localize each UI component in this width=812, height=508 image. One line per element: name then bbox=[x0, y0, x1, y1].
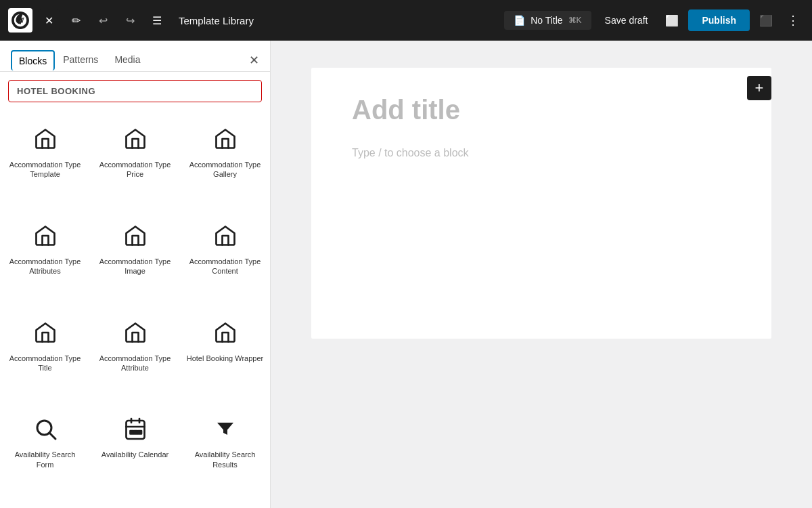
block-label-accommodation-type-title: Accommodation Type Title bbox=[5, 354, 85, 373]
block-item-availability-search-results[interactable]: Availability Search Results bbox=[180, 406, 270, 503]
block-item-hotel-booking-wrapper[interactable]: Hotel Booking Wrapper bbox=[180, 310, 270, 406]
block-icon-accommodation-type-template bbox=[33, 127, 58, 154]
view-button[interactable]: ⬜ bbox=[661, 9, 683, 31]
shortcut-label: ⌘K bbox=[568, 16, 582, 25]
block-icon-accommodation-type-image bbox=[123, 224, 148, 251]
editor-title-placeholder[interactable]: Add title bbox=[352, 95, 731, 125]
publish-button[interactable]: Publish bbox=[688, 9, 750, 31]
tab-blocks[interactable]: Blocks bbox=[11, 50, 55, 70]
svg-line-3 bbox=[49, 433, 55, 439]
blocks-grid: Accommodation Type TemplateAccommodation… bbox=[0, 110, 270, 508]
block-label-accommodation-type-attributes: Accommodation Type Attributes bbox=[5, 257, 85, 276]
svg-rect-4 bbox=[126, 421, 144, 439]
block-label-availability-search-results: Availability Search Results bbox=[185, 450, 265, 469]
block-icon-accommodation-type-content bbox=[213, 224, 238, 251]
panel-close-button[interactable]: ✕ bbox=[249, 53, 259, 68]
panel-tabs: Blocks Patterns Media ✕ bbox=[0, 41, 270, 72]
topbar: W ✕ ✏ ↩ ↪ ☰ Template Library 📄 No Title … bbox=[0, 0, 812, 41]
block-icon-accommodation-type-title bbox=[33, 320, 58, 348]
block-label-availability-search-form: Availability Search Form bbox=[5, 450, 85, 469]
block-label-availability-calendar: Availability Calendar bbox=[102, 450, 168, 459]
svg-rect-9 bbox=[134, 431, 137, 434]
block-label-accommodation-type-content: Accommodation Type Content bbox=[185, 257, 265, 276]
block-item-availability-search-form[interactable]: Availability Search Form bbox=[0, 406, 90, 503]
editor-block-placeholder[interactable]: Type / to choose a block bbox=[352, 147, 731, 159]
block-item-accommodation-type-content[interactable]: Accommodation Type Content bbox=[180, 213, 270, 310]
block-label-accommodation-type-gallery: Accommodation Type Gallery bbox=[185, 160, 265, 179]
editor-area: Add title Type / to choose a block + bbox=[271, 41, 812, 508]
block-item-accommodation-type-title[interactable]: Accommodation Type Title bbox=[0, 310, 90, 406]
tab-media[interactable]: Media bbox=[106, 49, 148, 72]
editor-canvas: Add title Type / to choose a block bbox=[311, 68, 771, 339]
block-item-accommodation-type-template[interactable]: Accommodation Type Template bbox=[0, 116, 90, 213]
block-icon-accommodation-type-gallery bbox=[213, 127, 238, 154]
wordpress-logo: W bbox=[8, 8, 32, 33]
svg-rect-8 bbox=[130, 431, 133, 434]
block-label-hotel-booking-wrapper: Hotel Booking Wrapper bbox=[187, 354, 264, 363]
redo-button[interactable]: ↪ bbox=[119, 9, 141, 31]
add-block-button[interactable]: + bbox=[747, 76, 771, 100]
block-item-availability-calendar[interactable]: Availability Calendar bbox=[90, 406, 180, 503]
svg-rect-10 bbox=[138, 431, 141, 434]
block-label-accommodation-type-attribute: Accommodation Type Attribute bbox=[95, 354, 175, 373]
edit-button[interactable]: ✏ bbox=[65, 9, 87, 31]
no-title-pill[interactable]: 📄 No Title ⌘K bbox=[504, 11, 591, 30]
left-panel: Blocks Patterns Media ✕ HOTEL BOOKING Ac… bbox=[0, 41, 271, 508]
block-item-accommodation-type-image[interactable]: Accommodation Type Image bbox=[90, 213, 180, 310]
template-library-label: Template Library bbox=[179, 15, 499, 26]
block-item-accommodation-type-attributes[interactable]: Accommodation Type Attributes bbox=[0, 213, 90, 310]
tab-patterns[interactable]: Patterns bbox=[55, 49, 106, 72]
block-label-accommodation-type-image: Accommodation Type Image bbox=[95, 257, 175, 276]
document-icon: 📄 bbox=[514, 15, 525, 26]
block-label-accommodation-type-template: Accommodation Type Template bbox=[5, 160, 85, 179]
block-icon-availability-calendar bbox=[123, 417, 148, 444]
block-icon-hotel-booking-wrapper bbox=[213, 320, 238, 348]
svg-text:W: W bbox=[16, 16, 25, 25]
search-box[interactable]: HOTEL BOOKING bbox=[8, 80, 262, 102]
block-icon-availability-search-form bbox=[33, 417, 58, 444]
block-icon-accommodation-type-attributes bbox=[33, 224, 58, 251]
block-label-accommodation-type-price: Accommodation Type Price bbox=[95, 160, 175, 179]
undo-button[interactable]: ↩ bbox=[92, 9, 114, 31]
block-item-accommodation-type-gallery[interactable]: Accommodation Type Gallery bbox=[180, 116, 270, 213]
more-options-button[interactable]: ⋮ bbox=[782, 9, 804, 31]
close-button[interactable]: ✕ bbox=[38, 9, 60, 31]
block-item-accommodation-type-price[interactable]: Accommodation Type Price bbox=[90, 116, 180, 213]
block-icon-accommodation-type-attribute bbox=[123, 320, 148, 348]
block-item-accommodation-type-attribute[interactable]: Accommodation Type Attribute bbox=[90, 310, 180, 406]
sidebar-toggle-button[interactable]: ⬛ bbox=[755, 9, 777, 31]
block-icon-accommodation-type-price bbox=[123, 127, 148, 154]
tools-button[interactable]: ☰ bbox=[146, 9, 168, 31]
no-title-label: No Title bbox=[531, 15, 562, 26]
main-layout: Blocks Patterns Media ✕ HOTEL BOOKING Ac… bbox=[0, 41, 812, 508]
block-icon-availability-search-results bbox=[213, 417, 238, 444]
save-draft-button[interactable]: Save draft bbox=[597, 11, 656, 30]
